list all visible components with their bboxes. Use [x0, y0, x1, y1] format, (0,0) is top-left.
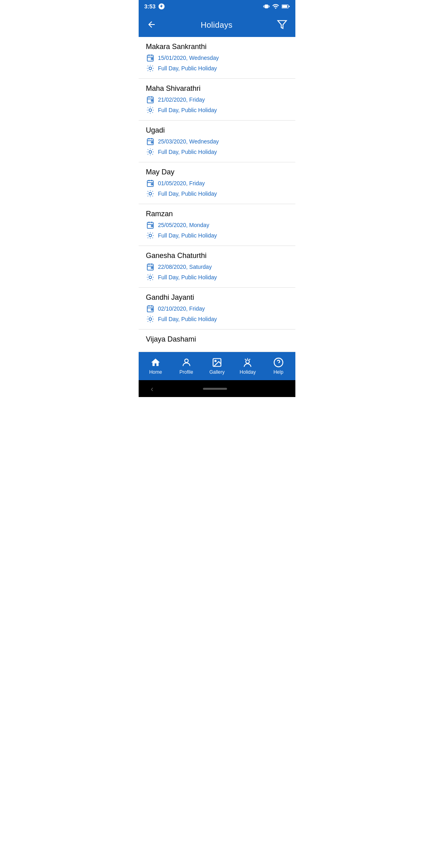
- wifi-icon: [272, 3, 279, 10]
- holiday-item: Ugadi 25/03/2020, Wednesday: [139, 121, 295, 162]
- holiday-date-text: 15/01/2020, Wednesday: [158, 55, 219, 61]
- home-gesture-pill: [203, 388, 227, 390]
- nav-holiday[interactable]: Holiday: [235, 355, 260, 377]
- svg-line-79: [152, 237, 153, 238]
- holiday-type: Full Day, Public Holiday: [146, 147, 288, 156]
- holiday-date: 22/08/2020, Saturday: [146, 262, 288, 271]
- holiday-type: Full Day, Public Holiday: [146, 315, 288, 323]
- holiday-name: Maha Shivarathri: [146, 84, 288, 93]
- svg-line-99: [152, 275, 153, 275]
- profile-icon: [181, 357, 192, 368]
- nav-profile-label: Profile: [180, 369, 193, 375]
- time-display: 3:53: [144, 3, 156, 10]
- svg-point-75: [149, 234, 152, 237]
- holiday-date-text: 01/05/2020, Friday: [158, 180, 205, 186]
- svg-point-43: [149, 151, 152, 154]
- calendar-icon: [146, 179, 155, 188]
- nav-profile[interactable]: Profile: [174, 355, 199, 377]
- holiday-type-text: Full Day, Public Holiday: [158, 232, 217, 239]
- svg-line-34: [148, 112, 148, 113]
- svg-line-14: [148, 66, 148, 66]
- holiday-name: Ugadi: [146, 126, 288, 135]
- svg-point-27: [149, 109, 152, 112]
- sun-icon: [146, 315, 155, 323]
- svg-line-31: [152, 112, 153, 113]
- holiday-item: May Day 01/05/2020, Friday: [139, 162, 295, 204]
- holiday-date-text: 22/08/2020, Saturday: [158, 264, 212, 270]
- holiday-type: Full Day, Public Holiday: [146, 273, 288, 282]
- svg-line-78: [148, 233, 148, 233]
- status-left: 3:53: [144, 3, 165, 10]
- holiday-type-text: Full Day, Public Holiday: [158, 190, 217, 197]
- svg-line-63: [152, 196, 153, 196]
- status-bar: 3:53: [139, 0, 295, 13]
- holiday-item: Ganesha Chaturthi 22/08/2020, Saturday: [139, 246, 295, 288]
- holiday-type-text: Full Day, Public Holiday: [158, 65, 217, 72]
- holiday-date: 15/01/2020, Wednesday: [146, 53, 288, 62]
- svg-point-91: [149, 276, 152, 279]
- nav-holiday-label: Holiday: [240, 369, 256, 375]
- holiday-date-text: 21/02/2020, Friday: [158, 96, 205, 103]
- holiday-item: Ramzan 25/05/2020, Monday: [139, 204, 295, 246]
- svg-line-51: [152, 149, 153, 150]
- svg-line-67: [152, 191, 153, 192]
- sun-icon: [146, 106, 155, 115]
- svg-line-110: [148, 317, 148, 317]
- holiday-item: Gandhi Jayanti 02/10/2020, Friday: [139, 288, 295, 330]
- home-icon: [150, 357, 161, 368]
- holiday-type: Full Day, Public Holiday: [146, 64, 288, 73]
- holiday-name: Gandhi Jayanti: [146, 293, 288, 302]
- svg-line-114: [148, 321, 148, 321]
- holiday-list: Makara Sankranthi 15/01/2020, Wednesday: [139, 37, 295, 352]
- sun-icon: [146, 273, 155, 282]
- back-gesture-icon: ‹: [151, 384, 154, 393]
- holiday-name: Vijaya Dashami: [146, 335, 288, 344]
- holiday-type-text: Full Day, Public Holiday: [158, 107, 217, 113]
- status-right: [263, 3, 290, 10]
- holiday-type-text: Full Day, Public Holiday: [158, 274, 217, 280]
- holiday-name: May Day: [146, 168, 288, 176]
- svg-line-95: [152, 279, 153, 280]
- svg-point-119: [246, 360, 250, 364]
- holiday-date-text: 02/10/2020, Friday: [158, 305, 205, 312]
- svg-marker-3: [278, 20, 287, 29]
- svg-line-18: [148, 70, 148, 71]
- nav-home[interactable]: Home: [143, 355, 168, 377]
- page-title: Holidays: [201, 20, 232, 30]
- svg-line-47: [152, 154, 153, 154]
- gallery-icon: [212, 357, 222, 368]
- svg-line-19: [152, 66, 153, 66]
- sun-icon: [146, 147, 155, 156]
- nav-gallery[interactable]: Gallery: [205, 355, 229, 377]
- nav-help-label: Help: [273, 369, 283, 375]
- holiday-name: Ramzan: [146, 210, 288, 218]
- holiday-type-text: Full Day, Public Holiday: [158, 316, 217, 322]
- svg-line-111: [152, 321, 153, 321]
- holiday-type: Full Day, Public Holiday: [146, 231, 288, 240]
- nav-home-label: Home: [149, 369, 162, 375]
- gesture-bar: ‹: [139, 380, 295, 397]
- battery-icon: [282, 4, 290, 9]
- holiday-type: Full Day, Public Holiday: [146, 106, 288, 115]
- filter-button[interactable]: [275, 18, 289, 33]
- holiday-date: 25/03/2020, Wednesday: [146, 137, 288, 146]
- holiday-date-text: 25/03/2020, Wednesday: [158, 138, 219, 145]
- svg-point-59: [149, 192, 152, 195]
- svg-point-116: [184, 359, 188, 362]
- svg-point-118: [215, 360, 216, 362]
- sun-icon: [146, 231, 155, 240]
- svg-line-98: [148, 279, 148, 280]
- svg-line-50: [148, 154, 148, 154]
- nav-help[interactable]: Help: [266, 355, 291, 377]
- svg-line-82: [148, 237, 148, 238]
- back-button[interactable]: [145, 18, 158, 32]
- holiday-date-text: 25/05/2020, Monday: [158, 222, 209, 228]
- holiday-date: 21/02/2020, Friday: [146, 95, 288, 104]
- nav-gallery-label: Gallery: [209, 369, 225, 375]
- holiday-type: Full Day, Public Holiday: [146, 189, 288, 198]
- holiday-item: Maha Shivarathri 21/02/2020, Friday: [139, 79, 295, 121]
- holiday-name: Makara Sankranthi: [146, 43, 288, 51]
- holiday-item: Makara Sankranthi 15/01/2020, Wednesday: [139, 37, 295, 79]
- svg-line-115: [152, 317, 153, 317]
- svg-line-30: [148, 108, 148, 108]
